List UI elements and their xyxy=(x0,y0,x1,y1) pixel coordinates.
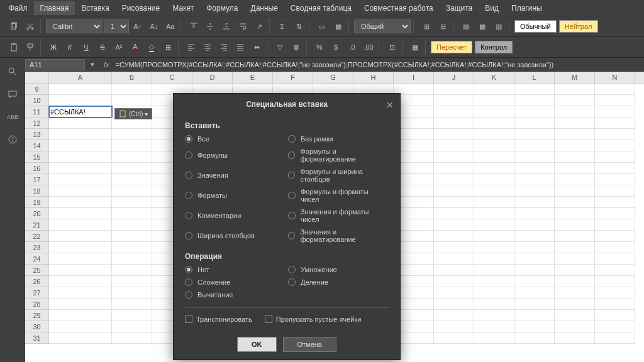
cell[interactable] xyxy=(595,163,635,174)
formula-input[interactable] xyxy=(113,60,644,70)
cell[interactable] xyxy=(514,332,555,344)
cell[interactable] xyxy=(514,287,555,299)
cell[interactable] xyxy=(474,151,514,163)
cell[interactable] xyxy=(514,208,555,219)
fill-color-icon[interactable]: ◇ xyxy=(144,40,159,55)
cell[interactable] xyxy=(514,321,555,332)
font-color-icon[interactable]: A xyxy=(128,40,143,55)
cell[interactable] xyxy=(595,84,635,95)
cell[interactable] xyxy=(434,95,474,106)
cell[interactable] xyxy=(555,299,595,310)
cell[interactable] xyxy=(112,253,152,265)
cell[interactable] xyxy=(434,310,474,321)
cell[interactable] xyxy=(474,118,514,129)
cell[interactable] xyxy=(434,185,474,197)
format-icon[interactable]: ⊡ xyxy=(384,40,399,55)
cell[interactable] xyxy=(555,95,595,106)
cell[interactable] xyxy=(112,151,152,163)
cell[interactable] xyxy=(595,197,635,208)
cell[interactable] xyxy=(514,163,555,174)
col-header[interactable]: E xyxy=(233,72,273,83)
cell[interactable] xyxy=(112,174,152,185)
cell[interactable] xyxy=(474,185,514,197)
row-header[interactable]: 26 xyxy=(25,276,49,287)
font-select[interactable]: Calibri xyxy=(46,19,103,33)
borders-icon[interactable]: ⊞ xyxy=(160,40,175,55)
wrap-text-icon[interactable] xyxy=(235,19,250,34)
strikethrough-icon[interactable]: S xyxy=(95,40,110,55)
col-header[interactable]: B xyxy=(112,72,152,83)
cell[interactable] xyxy=(49,310,112,321)
col-header[interactable]: J xyxy=(434,72,474,83)
cell[interactable] xyxy=(595,253,635,265)
cell[interactable] xyxy=(434,84,474,95)
cell[interactable] xyxy=(595,321,635,332)
cell[interactable] xyxy=(514,84,555,95)
cell[interactable] xyxy=(112,321,152,332)
col-header[interactable]: C xyxy=(152,72,192,83)
cell[interactable] xyxy=(112,299,152,310)
spellcheck-icon[interactable]: АБВ xyxy=(5,109,20,124)
cell[interactable] xyxy=(112,197,152,208)
cell[interactable] xyxy=(474,299,514,310)
currency-icon[interactable]: $ xyxy=(328,40,343,55)
fx-label[interactable]: fx xyxy=(100,61,113,69)
cell[interactable] xyxy=(555,118,595,129)
cell[interactable] xyxy=(595,129,635,140)
cell[interactable] xyxy=(112,332,152,344)
style-normal[interactable]: Обычный xyxy=(514,20,557,33)
menu-plugins[interactable]: Плагины xyxy=(505,1,548,15)
clear-icon[interactable]: 🗑 xyxy=(289,40,304,55)
cell[interactable] xyxy=(112,95,152,106)
comments-icon[interactable] xyxy=(5,87,20,102)
ok-button[interactable]: OK xyxy=(237,337,277,352)
menu-pivot[interactable]: Сводная таблица xyxy=(284,1,358,15)
col-header[interactable]: I xyxy=(394,72,434,83)
italic-icon[interactable]: К xyxy=(62,40,77,55)
row-header[interactable]: 25 xyxy=(25,265,49,276)
cell[interactable] xyxy=(474,106,514,118)
menu-file[interactable]: Файл xyxy=(3,1,34,15)
paste-option-radio[interactable]: Значения и форматирование xyxy=(288,228,389,243)
cell[interactable] xyxy=(49,95,112,106)
row-header[interactable]: 28 xyxy=(25,299,49,310)
sort-icon[interactable]: ⇅ xyxy=(291,19,306,34)
merge-icon[interactable]: ⬌ xyxy=(249,40,264,55)
cell[interactable] xyxy=(514,140,555,151)
col-header[interactable]: M xyxy=(555,72,595,83)
orientation-icon[interactable]: ↗ xyxy=(252,19,267,34)
row-header[interactable]: 22 xyxy=(25,231,49,242)
align-left-icon[interactable] xyxy=(184,40,199,55)
filter-icon[interactable]: ▽ xyxy=(272,40,287,55)
cell[interactable] xyxy=(49,197,112,208)
cell[interactable] xyxy=(595,118,635,129)
search-icon[interactable] xyxy=(5,64,20,79)
cell[interactable] xyxy=(49,265,112,276)
cell[interactable] xyxy=(434,140,474,151)
align-top-icon[interactable] xyxy=(186,19,201,34)
cell[interactable] xyxy=(555,287,595,299)
increase-decimal-icon[interactable]: .00 xyxy=(361,40,376,55)
cell[interactable] xyxy=(555,231,595,242)
cell[interactable] xyxy=(434,197,474,208)
row-header[interactable]: 17 xyxy=(25,174,49,185)
cell[interactable] xyxy=(474,84,514,95)
align-center-icon[interactable] xyxy=(200,40,215,55)
paste-option-radio[interactable]: Формулы и форматы чисел xyxy=(288,188,389,203)
cell[interactable] xyxy=(474,163,514,174)
cell[interactable] xyxy=(595,332,635,344)
menu-home[interactable]: Главная xyxy=(34,1,75,15)
menu-view[interactable]: Вид xyxy=(479,1,505,15)
cell[interactable] xyxy=(514,151,555,163)
cell[interactable] xyxy=(474,321,514,332)
cell[interactable] xyxy=(595,219,635,231)
cell[interactable] xyxy=(595,140,635,151)
cell[interactable] xyxy=(49,287,112,299)
change-case-icon[interactable]: Aa xyxy=(163,19,178,34)
cell[interactable] xyxy=(595,299,635,310)
cell[interactable] xyxy=(434,163,474,174)
cell[interactable] xyxy=(112,163,152,174)
cell[interactable] xyxy=(474,208,514,219)
cell[interactable] xyxy=(514,174,555,185)
cell[interactable] xyxy=(112,310,152,321)
